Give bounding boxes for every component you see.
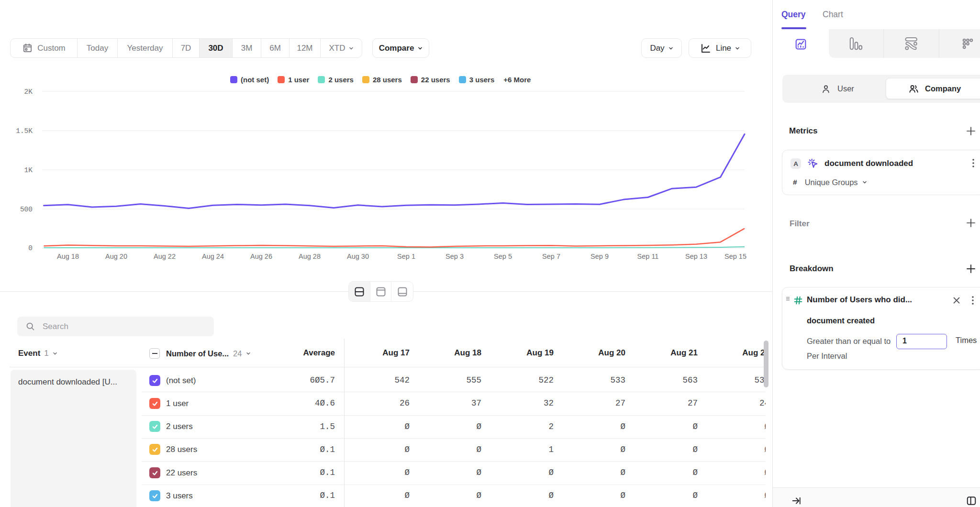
svg-text:2K: 2K [24, 88, 33, 96]
svg-text:500: 500 [20, 206, 33, 213]
svg-text:Aug 28: Aug 28 [299, 253, 321, 260]
svg-text:Aug 18: Aug 18 [57, 253, 79, 260]
svg-text:Aug 30: Aug 30 [347, 253, 369, 260]
svg-text:1.5K: 1.5K [16, 127, 33, 135]
svg-text:Sep 7: Sep 7 [542, 253, 560, 260]
svg-text:Aug 24: Aug 24 [202, 253, 224, 260]
svg-text:Sep 1: Sep 1 [397, 253, 415, 260]
svg-text:Aug 26: Aug 26 [250, 253, 272, 260]
svg-text:Sep 3: Sep 3 [445, 253, 464, 260]
svg-text:Sep 13: Sep 13 [685, 253, 707, 260]
svg-text:Sep 15: Sep 15 [724, 253, 746, 260]
svg-text:Sep 5: Sep 5 [494, 253, 512, 260]
svg-text:Sep 11: Sep 11 [637, 253, 659, 260]
svg-text:Aug 22: Aug 22 [154, 253, 176, 260]
svg-text:0: 0 [28, 244, 33, 252]
svg-text:1K: 1K [24, 166, 33, 174]
svg-text:Sep 9: Sep 9 [590, 253, 609, 260]
svg-text:Aug 20: Aug 20 [105, 253, 127, 260]
